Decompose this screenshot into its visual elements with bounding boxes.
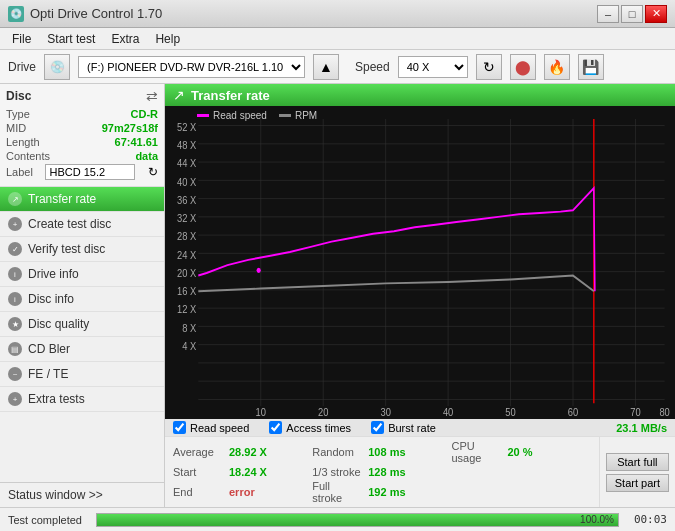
nav-item-create-test-disc[interactable]: + Create test disc xyxy=(0,212,164,237)
disc-label-input[interactable] xyxy=(45,164,135,180)
close-button[interactable]: ✕ xyxy=(645,5,667,23)
disc-label-label: Label xyxy=(6,166,33,178)
eject-button[interactable]: ▲ xyxy=(313,54,339,80)
stat-fullstroke-value: 192 ms xyxy=(368,486,405,498)
stat-start-row: Start 18.24 X xyxy=(173,466,312,478)
stat-empty-row xyxy=(452,466,591,478)
refresh-button[interactable]: ↻ xyxy=(476,54,502,80)
nav-label-cd-bler: CD Bler xyxy=(28,342,70,356)
svg-text:40: 40 xyxy=(443,405,453,418)
nav-icon-extra-tests: + xyxy=(8,392,22,406)
menu-file[interactable]: File xyxy=(4,30,39,48)
burst-rate-checkbox-label: Burst rate xyxy=(388,422,436,434)
burst-rate-value: 23.1 MB/s xyxy=(616,422,667,434)
nav-label-fe-te: FE / TE xyxy=(28,367,68,381)
disc-contents-value: data xyxy=(135,150,158,162)
svg-text:10: 10 xyxy=(256,405,266,418)
status-window-button[interactable]: Status window >> xyxy=(0,482,164,507)
svg-text:16 X: 16 X xyxy=(177,284,196,297)
nav-item-disc-quality[interactable]: ★ Disc quality xyxy=(0,312,164,337)
read-speed-checkbox-label: Read speed xyxy=(190,422,249,434)
progress-container: 100.0% xyxy=(96,513,619,527)
stat-stroke13-value: 128 ms xyxy=(368,466,405,478)
svg-text:min: min xyxy=(645,418,660,419)
stat-random-label: Random xyxy=(312,446,362,458)
menu-help[interactable]: Help xyxy=(147,30,188,48)
stat-random-row: Random 108 ms xyxy=(312,440,451,464)
drive-icon: 💿 xyxy=(44,54,70,80)
drive-bar: Drive 💿 (F:) PIONEER DVD-RW DVR-216L 1.1… xyxy=(0,50,675,84)
disc-length-label: Length xyxy=(6,136,40,148)
svg-text:44 X: 44 X xyxy=(177,156,196,169)
drive-select[interactable]: (F:) PIONEER DVD-RW DVR-216L 1.10 xyxy=(78,56,305,78)
nav-label-drive-info: Drive info xyxy=(28,267,79,281)
read-speed-checkbox-group[interactable]: Read speed xyxy=(173,421,249,434)
stat-cpu-row: CPU usage 20 % xyxy=(452,440,591,464)
stat-empty-row2 xyxy=(452,480,591,504)
time-display: 00:03 xyxy=(627,513,667,526)
chart-header-icon: ↗ xyxy=(173,87,185,103)
speed-select[interactable]: 40 X xyxy=(398,56,468,78)
svg-text:28 X: 28 X xyxy=(177,229,196,242)
nav-icon-cd-bler: ▤ xyxy=(8,342,22,356)
disc-refresh-icon[interactable]: ⇄ xyxy=(146,88,158,104)
legend-color-rpm xyxy=(279,114,291,117)
burst-rate-checkbox-group[interactable]: Burst rate xyxy=(371,421,436,434)
legend-read-speed: Read speed xyxy=(197,110,267,121)
nav-item-verify-test-disc[interactable]: ✓ Verify test disc xyxy=(0,237,164,262)
svg-text:32 X: 32 X xyxy=(177,211,196,224)
svg-text:30: 30 xyxy=(380,405,390,418)
start-part-button[interactable]: Start part xyxy=(606,474,669,492)
access-times-checkbox-group[interactable]: Access times xyxy=(269,421,351,434)
stat-end-label: End xyxy=(173,486,223,498)
speed-label: Speed xyxy=(355,60,390,74)
stat-start-value: 18.24 X xyxy=(229,466,267,478)
disc-label-refresh-icon[interactable]: ↻ xyxy=(148,165,158,179)
minimize-button[interactable]: – xyxy=(597,5,619,23)
stat-end-row: End error xyxy=(173,480,312,504)
nav-item-fe-te[interactable]: ~ FE / TE xyxy=(0,362,164,387)
start-full-button[interactable]: Start full xyxy=(606,453,669,471)
svg-text:52 X: 52 X xyxy=(177,120,196,133)
svg-text:24 X: 24 X xyxy=(177,248,196,261)
menu-start-test[interactable]: Start test xyxy=(39,30,103,48)
nav-label-transfer-rate: Transfer rate xyxy=(28,192,96,206)
svg-text:40 X: 40 X xyxy=(177,175,196,188)
nav-icon-fe-te: ~ xyxy=(8,367,22,381)
access-times-checkbox[interactable] xyxy=(269,421,282,434)
chart-legend: Read speed RPM xyxy=(197,110,317,121)
svg-point-47 xyxy=(257,268,261,273)
stat-stroke13-row: 1/3 stroke 128 ms xyxy=(312,466,451,478)
chart-title: Transfer rate xyxy=(191,88,270,103)
disc-contents-label: Contents xyxy=(6,150,50,162)
menu-bar: File Start test Extra Help xyxy=(0,28,675,50)
read-speed-checkbox[interactable] xyxy=(173,421,186,434)
save-button[interactable]: 💾 xyxy=(578,54,604,80)
legend-label-rpm: RPM xyxy=(295,110,317,121)
nav-items: ↗ Transfer rate + Create test disc ✓ Ver… xyxy=(0,187,164,482)
svg-text:80: 80 xyxy=(659,405,669,418)
content-area: ↗ Transfer rate Read speed RPM xyxy=(165,84,675,507)
stat-stroke13-label: 1/3 stroke xyxy=(312,466,362,478)
disc-type-value: CD-R xyxy=(131,108,159,120)
erase-button[interactable]: ⬤ xyxy=(510,54,536,80)
legend-color-read-speed xyxy=(197,114,209,117)
nav-item-disc-info[interactable]: i Disc info xyxy=(0,287,164,312)
title-bar: 💿 Opti Drive Control 1.70 – □ ✕ xyxy=(0,0,675,28)
svg-text:20 X: 20 X xyxy=(177,266,196,279)
nav-item-extra-tests[interactable]: + Extra tests xyxy=(0,387,164,412)
stat-cpu-label: CPU usage xyxy=(452,440,502,464)
nav-label-disc-quality: Disc quality xyxy=(28,317,89,331)
menu-extra[interactable]: Extra xyxy=(103,30,147,48)
svg-text:36 X: 36 X xyxy=(177,193,196,206)
nav-icon-verify-test-disc: ✓ xyxy=(8,242,22,256)
chart-svg: 52 X 48 X 44 X 40 X 36 X 32 X 28 X 24 X … xyxy=(165,106,675,419)
nav-item-drive-info[interactable]: i Drive info xyxy=(0,262,164,287)
chart-header: ↗ Transfer rate xyxy=(165,84,675,106)
burst-rate-checkbox[interactable] xyxy=(371,421,384,434)
burn-button[interactable]: 🔥 xyxy=(544,54,570,80)
window-title: Opti Drive Control 1.70 xyxy=(30,6,162,21)
nav-item-cd-bler[interactable]: ▤ CD Bler xyxy=(0,337,164,362)
maximize-button[interactable]: □ xyxy=(621,5,643,23)
nav-item-transfer-rate[interactable]: ↗ Transfer rate xyxy=(0,187,164,212)
